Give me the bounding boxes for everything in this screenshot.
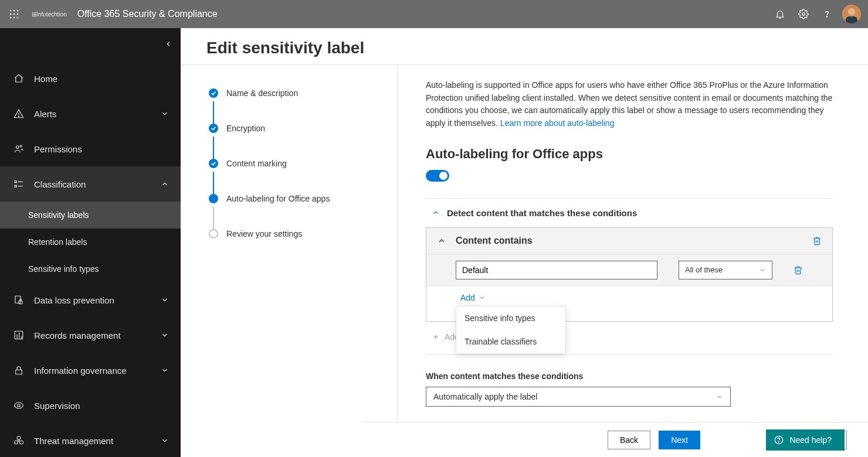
auto-labeling-toggle[interactable] (426, 170, 449, 182)
svg-point-3 (10, 13, 12, 15)
svg-point-17 (20, 145, 22, 147)
svg-rect-19 (15, 185, 16, 187)
help-label: Need help? (789, 435, 832, 445)
sidebar-item-label: Supervision (34, 401, 80, 411)
notifications-icon[interactable] (768, 2, 792, 26)
need-help-button[interactable]: Need help? (766, 429, 845, 451)
alert-icon (12, 108, 26, 119)
svg-point-7 (13, 17, 15, 19)
chevron-down-icon (759, 267, 766, 274)
learn-more-link[interactable]: Learn more about auto-labeling (500, 118, 615, 128)
sidebar-item-alerts[interactable]: Alerts (0, 96, 181, 131)
condition-row: All of these (426, 255, 832, 286)
wizard-steps: Name & description Encryption Content ma… (181, 65, 398, 457)
gear-icon[interactable] (792, 2, 815, 26)
svg-point-16 (16, 146, 19, 149)
chevron-up-icon (437, 236, 446, 245)
sidebar-item-classification[interactable]: Classification (0, 166, 181, 202)
match-mode-value: All of these (685, 265, 723, 274)
step-label: Encryption (226, 124, 265, 133)
delete-row-icon[interactable] (794, 265, 803, 275)
sidebar-item-dlp[interactable]: Data loss prevention (0, 282, 181, 318)
sidebar-subitem-label: Sensitivity labels (28, 210, 89, 220)
step-content-marking[interactable]: Content marking (209, 159, 397, 168)
sidebar-item-info-gov[interactable]: Information governance (0, 353, 181, 388)
add-label: Add (460, 293, 475, 302)
records-icon (12, 330, 26, 340)
sidebar-subitem-retention-labels[interactable]: Retention labels (0, 228, 181, 255)
content-panel: Auto-labeling is supported in Office app… (398, 65, 868, 457)
add-menu-item-trainable[interactable]: Trainable classifiers (456, 330, 565, 353)
svg-point-5 (17, 13, 19, 15)
app-launcher-icon[interactable] (5, 5, 23, 23)
svg-point-6 (10, 17, 12, 19)
step-auto-labeling[interactable]: Auto-labeling for Office apps (209, 194, 397, 203)
svg-point-32 (15, 441, 18, 444)
sidebar-item-records[interactable]: Records management (0, 318, 181, 353)
condition-name-input[interactable] (456, 261, 657, 279)
add-menu-item-sensitive-info[interactable]: Sensitive info types (456, 306, 565, 330)
sidebar-subitem-label: Sensitive info types (28, 264, 99, 274)
chevron-up-icon (432, 209, 440, 217)
step-label: Name & description (226, 88, 298, 98)
sidebar-item-home[interactable]: Home (0, 61, 181, 96)
step-label: Content marking (226, 159, 287, 168)
add-dropdown-button[interactable]: Add (460, 293, 798, 302)
sidebar-subitem-sensitive-info-types[interactable]: Sensitive info types (0, 255, 181, 282)
chevron-down-icon (161, 436, 169, 445)
when-matches-label: When content matches these conditions (426, 371, 833, 381)
intro-text: Auto-labeling is supported in Office app… (426, 79, 833, 130)
action-value: Automatically apply the label (433, 392, 537, 401)
app-title: Office 365 Security & Compliance (77, 9, 218, 19)
chevron-down-icon (161, 331, 169, 339)
chevron-down-icon (479, 294, 486, 301)
wizard-footer: Back Next Cancel Need help? (361, 422, 868, 457)
app-header: ⊞Infotechtion Office 365 Security & Comp… (0, 0, 868, 28)
sidebar-item-threat[interactable]: Threat management (0, 423, 181, 457)
avatar[interactable] (842, 5, 861, 23)
step-review[interactable]: Review your settings (209, 229, 397, 238)
lock-icon (12, 365, 26, 376)
sidebar-subitem-label: Retention labels (28, 237, 87, 247)
sidebar-item-supervision[interactable]: Supervision (0, 388, 181, 423)
sidebar-subitem-sensitivity-labels[interactable]: Sensitivity labels (0, 202, 181, 228)
svg-rect-28 (16, 370, 22, 374)
page-title: Edit sensitivity label (206, 39, 842, 57)
plus-icon (432, 333, 440, 341)
sidebar-item-label: Permissions (34, 144, 82, 154)
svg-point-33 (20, 441, 23, 444)
sidebar-item-label: Threat management (34, 436, 113, 446)
next-button[interactable]: Next (659, 431, 700, 449)
back-button[interactable]: Back (608, 431, 650, 449)
svg-point-0 (10, 10, 12, 12)
help-icon[interactable] (815, 2, 839, 26)
chevron-down-icon (161, 366, 169, 374)
condition-add-area: Add Sensitive info types Trainable class… (426, 286, 832, 321)
detect-conditions-header[interactable]: Detect content that matches these condit… (432, 208, 833, 218)
permissions-icon (12, 144, 26, 154)
action-select[interactable]: Automatically apply the label (426, 387, 731, 407)
delete-condition-icon[interactable] (812, 236, 822, 245)
chevron-down-icon (161, 296, 169, 304)
condition-header[interactable]: Content contains (426, 228, 832, 255)
eye-icon (12, 400, 26, 411)
step-label: Review your settings (226, 229, 302, 238)
sidebar: Home Alerts Permissions Classification S… (0, 28, 181, 457)
step-label: Auto-labeling for Office apps (226, 194, 330, 203)
detect-header-label: Detect content that matches these condit… (447, 208, 637, 218)
add-menu: Sensitive info types Trainable classifie… (456, 306, 566, 354)
svg-point-15 (18, 116, 19, 117)
sidebar-item-label: Alerts (34, 109, 56, 119)
svg-point-29 (18, 404, 21, 407)
collapse-nav-icon[interactable] (164, 40, 172, 48)
svg-point-12 (848, 8, 855, 15)
step-encryption[interactable]: Encryption (209, 124, 397, 133)
match-mode-select[interactable]: All of these (679, 261, 772, 279)
step-name-description[interactable]: Name & description (209, 88, 397, 98)
sidebar-item-permissions[interactable]: Permissions (0, 131, 181, 166)
svg-point-9 (802, 13, 805, 16)
main: Edit sensitivity label Name & descriptio… (181, 28, 868, 457)
chevron-down-icon (161, 110, 169, 118)
svg-point-4 (13, 13, 15, 15)
chevron-up-icon (161, 180, 169, 188)
